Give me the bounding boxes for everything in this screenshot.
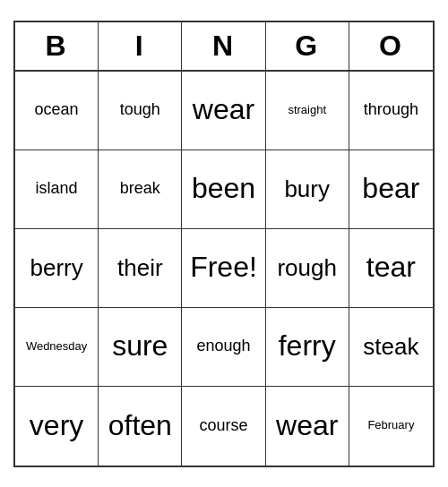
bingo-cell: course bbox=[182, 387, 265, 466]
bingo-cell: Wednesday bbox=[15, 308, 99, 387]
bingo-cell: berry bbox=[15, 229, 99, 308]
header-letter: G bbox=[266, 22, 349, 70]
cell-text: through bbox=[364, 101, 418, 119]
cell-text: very bbox=[30, 410, 83, 441]
bingo-cell: their bbox=[99, 229, 182, 308]
cell-text: wear bbox=[193, 94, 254, 125]
bingo-cell: bear bbox=[349, 150, 433, 229]
bingo-card: BINGO oceantoughwearstraightthroughislan… bbox=[13, 21, 435, 467]
bingo-cell: wear bbox=[266, 387, 349, 466]
cell-text: island bbox=[36, 180, 78, 198]
header-letter: O bbox=[349, 22, 433, 70]
cell-text: been bbox=[192, 173, 255, 204]
cell-text: ocean bbox=[35, 101, 79, 119]
bingo-header: BINGO bbox=[15, 22, 433, 72]
cell-text: wear bbox=[276, 410, 338, 441]
cell-text: bear bbox=[362, 173, 419, 204]
cell-text: break bbox=[120, 180, 160, 198]
cell-text: sure bbox=[112, 330, 168, 362]
cell-text: tough bbox=[120, 101, 160, 119]
cell-text: Free! bbox=[190, 252, 257, 283]
cell-text: tear bbox=[366, 252, 416, 283]
bingo-cell: February bbox=[349, 387, 433, 466]
bingo-cell: break bbox=[99, 150, 182, 229]
bingo-cell: often bbox=[99, 387, 182, 466]
cell-text: Wednesday bbox=[26, 340, 87, 353]
header-letter: I bbox=[99, 22, 182, 70]
bingo-grid: oceantoughwearstraightthroughislandbreak… bbox=[15, 72, 433, 466]
bingo-cell: enough bbox=[182, 308, 265, 387]
bingo-cell: sure bbox=[99, 308, 182, 387]
cell-text: bury bbox=[284, 176, 330, 202]
cell-text: course bbox=[199, 417, 247, 435]
bingo-cell: Free! bbox=[182, 229, 265, 308]
bingo-cell: steak bbox=[349, 308, 433, 387]
bingo-cell: wear bbox=[182, 72, 265, 150]
bingo-cell: tear bbox=[349, 229, 433, 308]
bingo-cell: through bbox=[349, 72, 433, 150]
cell-text: February bbox=[367, 419, 414, 431]
cell-text: straight bbox=[288, 104, 326, 116]
cell-text: berry bbox=[30, 255, 82, 281]
bingo-cell: bury bbox=[266, 150, 349, 229]
cell-text: ferry bbox=[279, 330, 336, 362]
bingo-cell: island bbox=[15, 150, 99, 229]
bingo-cell: rough bbox=[266, 229, 349, 308]
bingo-cell: been bbox=[182, 150, 265, 229]
bingo-cell: ocean bbox=[15, 72, 99, 150]
header-letter: B bbox=[15, 22, 99, 70]
cell-text: rough bbox=[277, 255, 337, 281]
cell-text: often bbox=[108, 410, 172, 441]
bingo-cell: very bbox=[15, 387, 99, 466]
cell-text: steak bbox=[363, 334, 418, 360]
bingo-cell: ferry bbox=[266, 308, 349, 387]
bingo-cell: straight bbox=[266, 72, 349, 150]
cell-text: their bbox=[117, 255, 163, 281]
header-letter: N bbox=[182, 22, 265, 70]
cell-text: enough bbox=[196, 337, 250, 355]
bingo-cell: tough bbox=[99, 72, 182, 150]
